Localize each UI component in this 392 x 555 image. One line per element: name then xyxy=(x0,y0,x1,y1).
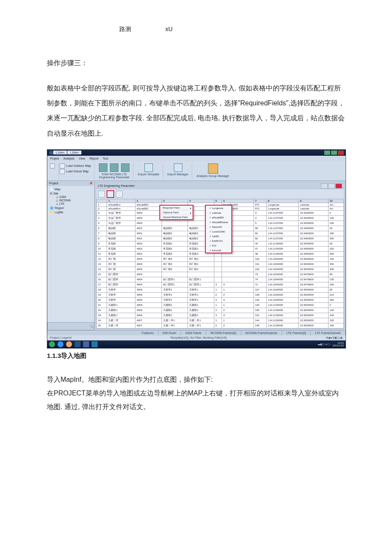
title-tab-2[interactable]: L1Aen xyxy=(67,151,81,154)
tree-map[interactable]: 📄 Map xyxy=(50,188,92,191)
table-row[interactable]: 12和厂附4003和厂附2和厂附2126114.109400022.953000… xyxy=(97,256,344,262)
minimize-button[interactable] xyxy=(324,151,330,155)
col-header[interactable]: 1 xyxy=(107,199,135,203)
load-indoor-map[interactable]: Load Indoor Map xyxy=(66,170,89,173)
submenu[interactable]: ✓ Longitude✓ Latitude✓ eNodeBID✓ eNodeBN… xyxy=(205,205,232,253)
ribbon-export: Export Template xyxy=(138,173,159,176)
table-row[interactable]: 16松门固件4004松门固件1松门固件174114.109400022.9478… xyxy=(97,277,344,282)
bottom-tab[interactable]: GSM Frame xyxy=(181,331,206,335)
bottom-tab[interactable]: Drill Down xyxy=(159,331,181,335)
load-indoor-map-icon[interactable] xyxy=(60,169,65,174)
context-menu[interactable]: Required Field▸ Optional Field▸ Cancel M… xyxy=(159,205,193,220)
gsm-icon[interactable] xyxy=(99,163,107,172)
bottom-tab[interactable]: WCDMA FrameScanner xyxy=(241,331,282,335)
tree-logfile[interactable]: 📁 Logfile xyxy=(50,211,92,214)
ribbon-engparam: Engineering Parameter xyxy=(99,176,130,179)
cancel-match-item[interactable]: Cancel Matched Field xyxy=(160,215,193,219)
col-header[interactable]: 4 xyxy=(188,199,214,203)
bottom-tab[interactable]: Features xyxy=(138,331,159,335)
close-button[interactable] xyxy=(338,151,344,155)
bottom-tab[interactable]: WCDMA Frames(0) xyxy=(206,331,241,335)
panel-max-button[interactable] xyxy=(328,183,335,189)
project-legend-tab[interactable]: Project | Legend xyxy=(50,336,72,340)
title-tab-1[interactable]: L1Aen xyxy=(53,151,67,154)
menu-analysis[interactable]: Analysis xyxy=(63,157,75,160)
panel-min-button[interactable] xyxy=(321,183,328,189)
table-row[interactable]: 13和厂附4003和厂附2和厂附2131114.109400022.953000… xyxy=(97,262,344,267)
panel-tab-import[interactable] xyxy=(107,190,114,198)
table-row[interactable]: 23凡磨附14006凡磨附1凡磨附133131114.115000022.952… xyxy=(97,313,344,318)
side-search-tab[interactable]: 🔍 xyxy=(47,322,94,330)
table-row[interactable]: 14和厂附4003和厂附2和厂附2132114.109400022.953000… xyxy=(97,267,344,272)
table-row[interactable]: 18主附件4005主附件1主附件111127114.102000022.9530… xyxy=(97,287,344,292)
wcdma-icon[interactable] xyxy=(110,163,118,172)
submenu-item[interactable]: ✓ eNodeBName xyxy=(206,220,231,224)
submenu-item[interactable]: ✓ LocalCellID xyxy=(206,229,231,234)
col-header[interactable]: 9 xyxy=(299,199,328,203)
col-header[interactable] xyxy=(97,199,107,203)
ie-icon[interactable] xyxy=(58,341,63,347)
col-header[interactable]: 5 xyxy=(214,199,222,203)
bottom-tabs: FeaturesDrill DownGSM FrameWCDMA Frames(… xyxy=(47,330,346,335)
col-header[interactable]: 6 xyxy=(222,199,254,203)
panel-tab-1[interactable] xyxy=(98,191,105,198)
bottom-tab[interactable]: LTE FrameScanner xyxy=(311,331,346,335)
analysis-group-icon[interactable] xyxy=(208,163,218,174)
table-row[interactable]: 22凡磨附14006凡磨附1凡磨附122130114.115000022.952… xyxy=(97,308,344,313)
table-row[interactable]: 24凡磨二件4007凡磨二件1凡磨二件111144114.115000022.9… xyxy=(97,318,344,323)
menu-project[interactable]: Project xyxy=(50,157,59,160)
app1-icon[interactable] xyxy=(75,341,81,347)
table-row[interactable]: 15松门固件400473114.109400022.947800080 xyxy=(97,272,344,277)
tree-gsm[interactable]: ⊥ GSM xyxy=(50,195,92,199)
col-header[interactable]: 7 xyxy=(254,199,266,203)
data-grid[interactable]: 123456789101eNodeBnneNodeBIDNodeBCellIDP… xyxy=(96,199,344,328)
submenu-item[interactable]: ✓ Longitude xyxy=(206,206,231,210)
load-outdoor-map-icon[interactable] xyxy=(60,163,65,169)
start-icon[interactable] xyxy=(49,341,55,347)
panel-close-button[interactable] xyxy=(335,183,342,189)
export-template-icon[interactable] xyxy=(144,163,153,172)
tree-region[interactable]: 🌐 Region xyxy=(50,206,92,210)
folder-icon[interactable] xyxy=(66,341,72,347)
import-manager-icon[interactable] xyxy=(174,163,182,172)
col-header[interactable]: 2 xyxy=(135,199,161,203)
col-header[interactable]: 8 xyxy=(267,199,299,203)
load-outdoor-map[interactable]: Load Outdoor Map xyxy=(66,164,91,167)
window-titlebar: L1Aen L1Aen xyxy=(47,150,346,156)
menu-report[interactable]: Report xyxy=(89,157,98,160)
tree-lte[interactable]: ⊥ LTE xyxy=(50,202,92,206)
submenu-item[interactable]: ✓ eNodeBID xyxy=(206,215,231,220)
table-row[interactable]: 25凡磨二件4007凡磨二件1凡磨二件122145114.115000022.9… xyxy=(97,323,344,328)
status-icons: ◔◉▸⊞◧◎◐ xyxy=(326,336,343,340)
submenu-item[interactable]: ✓ PCI xyxy=(206,243,231,248)
maximize-button[interactable] xyxy=(331,151,337,155)
menu-tool[interactable]: Tool xyxy=(103,157,108,160)
pin-icon[interactable]: 📌 xyxy=(89,182,92,185)
tree-wcdma[interactable]: ⊥ WCDMA xyxy=(50,199,92,202)
submenu-item[interactable]: ✓ Azimuth xyxy=(206,248,231,253)
side-panel: Project📌 📄 Map ⊟ Site ⊥ GSM ⊥ WCDMA ⊥ LT… xyxy=(47,181,95,330)
submenu-item[interactable]: ✓ EARFCN xyxy=(206,238,231,243)
lte-icon[interactable] xyxy=(121,163,130,172)
app2-icon[interactable] xyxy=(83,341,89,347)
table-row[interactable]: 20主附件4005主附件1主附件133129114.102000022.9530… xyxy=(97,297,344,302)
table-row[interactable]: 21凡磨附14006凡磨附1凡磨附111129114.115000022.952… xyxy=(97,302,344,308)
header-col1: 路测 xyxy=(119,26,131,33)
tree-site[interactable]: ⊟ Site ⊥ GSM ⊥ WCDMA ⊥ LTE xyxy=(50,192,92,206)
table-row[interactable]: 19主附件4005主附件1主附件122128114.102000022.9530… xyxy=(97,292,344,297)
ribbon: Load Outdoor Map Load Indoor Map GSM WCD… xyxy=(47,162,346,181)
panel-tab-3[interactable] xyxy=(116,191,123,198)
optional-field-item[interactable]: Optional Field▸ xyxy=(160,210,193,215)
bottom-tab[interactable]: LTE Frames(0) xyxy=(282,331,311,335)
submenu-item[interactable]: ✓ CellID xyxy=(206,234,231,238)
menu-view[interactable]: View xyxy=(79,157,85,160)
col-header[interactable]: 3 xyxy=(161,199,187,203)
submenu-item[interactable]: ✓ SectorID xyxy=(206,224,231,229)
status-text: Template(1/0), No Filter, Working Path(1… xyxy=(170,336,227,340)
app3-icon[interactable] xyxy=(92,341,98,347)
submenu-item[interactable]: ✓ Latitude xyxy=(206,210,231,215)
table-row[interactable]: 17松门固件4004松门固件1松门固件13371114.109400022.94… xyxy=(97,282,344,287)
required-field-item[interactable]: Required Field▸ xyxy=(160,206,193,210)
col-header[interactable]: 10 xyxy=(328,199,343,203)
tray-icons[interactable]: ▬◧▢▪▫▢◦ xyxy=(318,343,331,346)
